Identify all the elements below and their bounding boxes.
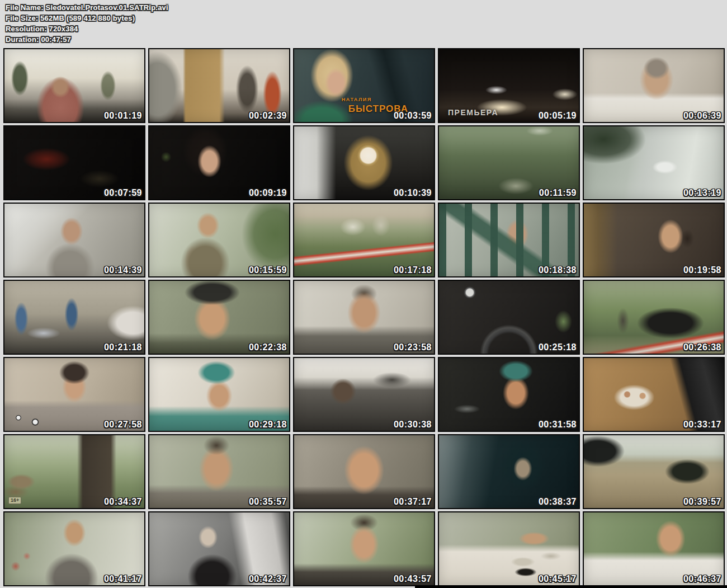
timestamp-overlay: 00:19:58 xyxy=(683,265,721,275)
video-thumbnail: 00:06:39 xyxy=(583,48,725,123)
timestamp-overlay: 00:39:57 xyxy=(683,497,721,507)
video-thumbnail: 00:05:19 ПРЕМЬЕРА xyxy=(438,48,580,123)
video-thumbnail: 00:42:37 xyxy=(148,511,290,586)
timestamp-overlay: 00:31:58 xyxy=(539,420,577,430)
timestamp-overlay: 00:34:37 xyxy=(104,497,142,507)
video-thumbnail: 00:33:17 xyxy=(583,357,725,432)
video-thumbnail: 00:26:38 xyxy=(583,280,725,355)
timestamp-overlay: 00:14:39 xyxy=(104,265,142,275)
timestamp-overlay: 00:26:38 xyxy=(683,342,721,352)
video-thumbnail: 00:18:38 xyxy=(438,203,580,277)
timestamp-overlay: 00:45:17 xyxy=(539,574,577,584)
video-thumbnail: 00:27:58 xyxy=(3,357,145,432)
timestamp-overlay: 00:43:57 xyxy=(394,574,432,584)
file-name-line: File Name: Sledovatel.Protasov.01.SATRip… xyxy=(6,2,168,13)
timestamp-overlay: 00:41:17 xyxy=(104,574,142,584)
video-thumbnail: 00:35:57 xyxy=(148,434,290,509)
timestamp-overlay: 00:07:59 xyxy=(104,188,142,198)
timestamp-overlay: 00:21:18 xyxy=(104,342,142,352)
video-thumbnail: 00:02:39 xyxy=(148,48,290,123)
timestamp-overlay: 00:38:37 xyxy=(539,497,577,507)
timestamp-overlay: 00:25:18 xyxy=(539,342,577,352)
timestamp-overlay: 00:13:19 xyxy=(683,188,721,198)
video-thumbnail: 00:09:19 xyxy=(148,125,290,200)
timestamp-overlay: 00:10:39 xyxy=(394,188,432,198)
timestamp-overlay: 00:23:58 xyxy=(394,342,432,352)
video-thumbnail: 00:39:57 xyxy=(583,434,725,509)
timestamp-overlay: 00:02:39 xyxy=(249,111,287,121)
timestamp-overlay: 00:03:59 xyxy=(394,111,432,121)
timestamp-overlay: 00:29:18 xyxy=(249,420,287,430)
video-thumbnail: 00:10:39 xyxy=(293,125,435,200)
age-rating-badge: 16+ xyxy=(8,497,21,504)
video-thumbnail: 00:29:18 xyxy=(148,357,290,432)
video-thumbnail: 00:15:59 xyxy=(148,203,290,277)
video-thumbnail: 00:19:58 xyxy=(583,203,725,277)
timestamp-overlay: 00:37:17 xyxy=(394,497,432,507)
actor-first-name: НАТАЛИЯ xyxy=(342,97,408,102)
timestamp-overlay: 00:09:19 xyxy=(249,188,287,198)
video-thumbnail: 00:30:38 xyxy=(293,357,435,432)
video-thumbnail: 00:21:18 xyxy=(3,280,145,355)
video-thumbnail: 00:34:37 16+ xyxy=(3,434,145,509)
timestamp-overlay: 00:35:57 xyxy=(249,497,287,507)
video-thumbnail: 00:25:18 xyxy=(438,280,580,355)
video-thumbnail: 00:46:37 xyxy=(583,511,725,586)
video-thumbnail: 00:31:58 xyxy=(438,357,580,432)
timestamp-overlay: 00:15:59 xyxy=(249,265,287,275)
thumbnail-grid: 00:01:19 00:02:39 00:03:59 НАТАЛИЯ БЫСТР… xyxy=(3,48,725,586)
video-thumbnail: 00:38:37 xyxy=(438,434,580,509)
video-thumbnail: 00:23:58 xyxy=(293,280,435,355)
resolution-line: Resolution: 720x384 xyxy=(6,23,168,34)
timestamp-overlay: 00:06:39 xyxy=(683,111,721,121)
timestamp-overlay: 00:27:58 xyxy=(104,420,142,430)
video-thumbnail: 00:43:57 xyxy=(293,511,435,586)
timestamp-overlay: 00:17:18 xyxy=(394,265,432,275)
timestamp-overlay: 00:05:19 xyxy=(539,111,577,121)
file-info-header: File Name: Sledovatel.Protasov.01.SATRip… xyxy=(6,2,168,45)
timestamp-overlay: 00:01:19 xyxy=(104,111,142,121)
video-thumbnail: 00:17:18 xyxy=(293,203,435,277)
duration-line: Duration: 00:47:57 xyxy=(6,34,168,45)
timestamp-overlay: 00:33:17 xyxy=(683,420,721,430)
scene-caption: ПРЕМЬЕРА xyxy=(448,108,498,117)
video-thumbnail: 00:14:39 xyxy=(3,203,145,277)
timestamp-overlay: 00:11:59 xyxy=(539,188,577,198)
video-thumbnail: 00:37:17 xyxy=(293,434,435,509)
timestamp-overlay: 00:46:37 xyxy=(683,574,721,584)
timestamp-overlay: 00:22:38 xyxy=(249,342,287,352)
timestamp-overlay: 00:42:37 xyxy=(249,574,287,584)
bottom-bar xyxy=(415,585,727,588)
video-thumbnail: 00:41:17 xyxy=(3,511,145,586)
video-thumbnail: 00:01:19 xyxy=(3,48,145,123)
video-thumbnail: 00:07:59 xyxy=(3,125,145,200)
video-thumbnail: 00:11:59 xyxy=(438,125,580,200)
video-thumbnail: 00:22:38 xyxy=(148,280,290,355)
timestamp-overlay: 00:18:38 xyxy=(539,265,577,275)
timestamp-overlay: 00:30:38 xyxy=(394,420,432,430)
video-thumbnail: 00:13:19 xyxy=(583,125,725,200)
video-thumbnail: 00:03:59 НАТАЛИЯ БЫСТРОВА xyxy=(293,48,435,123)
video-thumbnail: 00:45:17 xyxy=(438,511,580,586)
file-size-line: File Size: 562MB (589 412 880 bytes) xyxy=(6,13,168,23)
